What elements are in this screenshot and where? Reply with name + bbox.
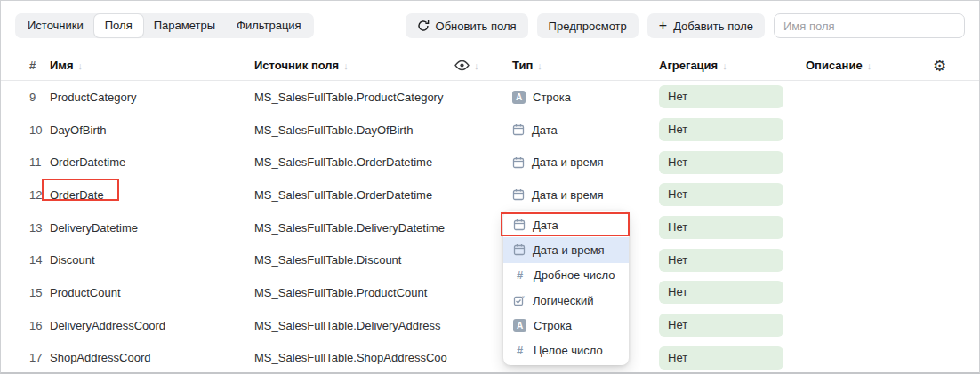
row-index: 15: [29, 286, 50, 299]
tab-sources[interactable]: Источники: [17, 14, 94, 37]
field-name-search-input[interactable]: [774, 13, 965, 38]
table-body: 9 ProductCategory MS_SalesFullTable.Prod…: [1, 81, 979, 374]
number-icon: #: [513, 268, 526, 282]
table-row: 12 OrderDate MS_SalesFullTable.OrderDate…: [1, 179, 979, 211]
type-option-label: Строка: [534, 319, 572, 332]
field-name[interactable]: ProductCount: [50, 286, 254, 299]
sort-arrow-icon: ↓: [867, 60, 872, 71]
type-option-label: Целое число: [534, 344, 603, 357]
calendar-icon: [512, 156, 525, 169]
row-index: 13: [29, 221, 50, 235]
field-source[interactable]: MS_SalesFullTable.OrderDatetime: [254, 155, 454, 169]
svg-text:x: x: [522, 294, 525, 299]
table-header: # Имя↓ Источник поля↓ ↓ Тип↓ Агрегация↓ …: [1, 51, 979, 81]
field-type-label: Дата: [532, 123, 558, 137]
table-row: 13 DeliveryDatetime MS_SalesFullTable.De…: [1, 211, 979, 244]
type-option-float[interactable]: # Дробное число: [503, 263, 629, 288]
table-row: 14 Discount MS_SalesFullTable.Discount Н…: [1, 243, 979, 276]
calendar-icon: [513, 219, 526, 231]
field-source[interactable]: MS_SalesFullTable.DayOfBirth: [254, 123, 454, 137]
type-option-label: Дата: [533, 219, 558, 232]
preview-label: Предпросмотр: [549, 20, 627, 33]
table-row: 15 ProductCount MS_SalesFullTable.Produc…: [1, 276, 979, 309]
field-name[interactable]: OrderDatetime: [50, 155, 254, 169]
table-row: 9 ProductCategory MS_SalesFullTable.Prod…: [1, 81, 979, 114]
type-option-integer[interactable]: # Целое число: [503, 338, 629, 362]
row-index: 16: [29, 319, 50, 332]
add-field-button[interactable]: + Добавить поле: [647, 13, 765, 38]
sort-arrow-icon: ↓: [474, 60, 479, 71]
field-name[interactable]: Discount: [50, 253, 254, 267]
field-type-select[interactable]: Дата и время: [512, 155, 659, 169]
aggregation-select[interactable]: Нет: [659, 151, 806, 174]
refresh-fields-button[interactable]: Обновить поля: [406, 13, 528, 38]
type-option-label: Логический: [533, 294, 593, 307]
field-name[interactable]: DeliveryDatetime: [50, 221, 254, 235]
sort-arrow-icon: ↓: [722, 60, 727, 71]
col-header-description[interactable]: Описание↓: [806, 59, 933, 72]
field-type-label: Дата и время: [532, 155, 604, 169]
type-dropdown-menu: Дата Дата и время # Дробное число x Логи…: [503, 211, 629, 365]
field-name[interactable]: OrderDate: [50, 188, 254, 202]
field-type-select[interactable]: Дата и время: [512, 188, 659, 202]
field-type-label: Строка: [533, 91, 571, 104]
col-header-aggregation[interactable]: Агрегация↓: [659, 59, 806, 72]
tab-filtering[interactable]: Фильтрация: [226, 14, 312, 37]
field-source[interactable]: MS_SalesFullTable.ShopAddressCoo: [254, 351, 454, 364]
calendar-icon: [512, 123, 525, 136]
field-name[interactable]: DeliveryAddressCoord: [50, 319, 254, 332]
sort-arrow-icon: ↓: [343, 60, 349, 71]
field-source[interactable]: MS_SalesFullTable.ProductCount: [254, 286, 454, 299]
refresh-fields-label: Обновить поля: [436, 20, 517, 33]
tab-fields[interactable]: Поля: [94, 14, 143, 37]
tab-parameters[interactable]: Параметры: [143, 14, 226, 37]
col-header-source[interactable]: Источник поля↓: [254, 59, 454, 72]
field-source[interactable]: MS_SalesFullTable.DeliveryAddress: [254, 319, 454, 332]
field-source[interactable]: MS_SalesFullTable.OrderDatetime: [254, 188, 454, 202]
aggregation-select[interactable]: Нет: [659, 118, 806, 141]
type-option-boolean[interactable]: x Логический: [503, 288, 629, 313]
field-name[interactable]: DayOfBirth: [50, 123, 254, 137]
dataset-fields-screen: Источники Поля Параметры Фильтрация Обно…: [0, 0, 980, 374]
number-icon: #: [513, 344, 526, 357]
type-option-string[interactable]: A Строка: [503, 313, 629, 338]
row-index: 11: [29, 155, 50, 169]
aggregation-select[interactable]: Нет: [659, 249, 806, 272]
field-name[interactable]: ShopAddressCoord: [50, 351, 254, 364]
type-option-datetime[interactable]: Дата и время: [503, 237, 629, 262]
string-type-icon: A: [512, 91, 526, 104]
calendar-icon: [513, 243, 526, 256]
aggregation-select[interactable]: Нет: [659, 216, 806, 239]
type-option-date[interactable]: Дата: [503, 212, 629, 237]
preview-button[interactable]: Предпросмотр: [537, 13, 639, 38]
table-row: 10 DayOfBirth MS_SalesFullTable.DayOfBir…: [1, 114, 979, 147]
gear-icon[interactable]: ⚙: [933, 57, 946, 75]
field-source[interactable]: MS_SalesFullTable.Discount: [254, 253, 454, 267]
string-type-icon: A: [513, 319, 526, 332]
field-type-select[interactable]: Дата: [512, 123, 659, 137]
section-tabs: Источники Поля Параметры Фильтрация: [15, 13, 314, 38]
row-index: 17: [29, 351, 50, 364]
add-field-label: Добавить поле: [673, 20, 753, 33]
field-source[interactable]: MS_SalesFullTable.DeliveryDatetime: [254, 221, 454, 235]
aggregation-select[interactable]: Нет: [659, 281, 806, 304]
aggregation-select[interactable]: Нет: [659, 314, 806, 337]
refresh-icon: [417, 20, 430, 32]
field-type-select[interactable]: A Строка: [512, 91, 659, 104]
field-name[interactable]: ProductCategory: [50, 91, 254, 104]
aggregation-select[interactable]: Нет: [659, 85, 806, 108]
col-header-name[interactable]: Имя↓: [50, 59, 254, 72]
calendar-icon: [512, 188, 525, 201]
field-type-label: Дата и время: [532, 188, 604, 202]
plus-icon: +: [659, 19, 667, 33]
col-header-type[interactable]: Тип↓: [512, 59, 659, 72]
eye-icon: [454, 60, 470, 71]
col-header-visibility[interactable]: ↓: [454, 60, 512, 71]
aggregation-select[interactable]: Нет: [659, 183, 806, 206]
aggregation-select[interactable]: Нет: [659, 346, 806, 370]
row-index: 12: [29, 188, 50, 202]
col-header-settings[interactable]: ⚙: [933, 57, 970, 75]
col-header-index: #: [29, 59, 50, 72]
type-option-label: Дробное число: [534, 268, 615, 282]
field-source[interactable]: MS_SalesFullTable.ProductCategory: [254, 91, 454, 104]
